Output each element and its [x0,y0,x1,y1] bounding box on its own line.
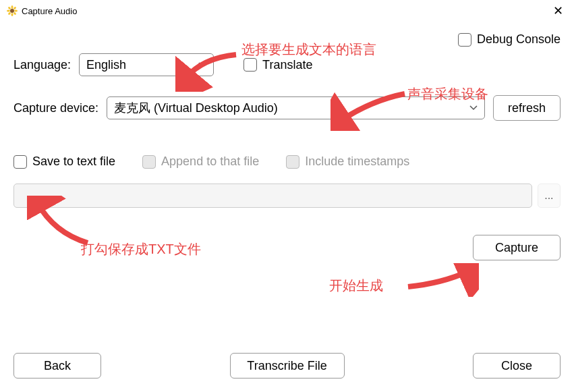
back-label: Back [44,359,71,373]
close-icon[interactable]: ✕ [549,3,567,18]
svg-point-3 [7,10,10,12]
debug-console-label: Debug Console [477,32,561,47]
svg-point-5 [7,6,11,9]
chevron-down-icon [469,103,478,113]
content-area: Debug Console Language: English Translat… [0,22,574,286]
browse-label: ... [544,190,553,202]
close-label: Close [501,359,532,373]
checkbox-icon [13,155,27,169]
translate-checkbox[interactable]: Translate [243,58,312,72]
chevron-down-icon [198,60,206,69]
capture-label: Capture [495,241,538,255]
capture-device-label: Capture device: [13,101,98,115]
append-to-file-checkbox: Append to that file [142,155,259,169]
checkbox-icon [142,155,156,169]
include-timestamps-label: Include timestamps [305,155,409,169]
debug-console-checkbox[interactable]: Debug Console [458,32,561,47]
app-icon [7,5,18,16]
language-label: Language: [13,58,71,72]
titlebar-left: Capture Audio [7,5,77,16]
capture-button[interactable]: Capture [473,235,561,260]
close-button[interactable]: Close [473,353,561,379]
svg-point-2 [11,13,13,16]
window-title: Capture Audio [22,6,77,16]
svg-point-7 [7,11,11,15]
save-to-file-label: Save to text file [32,155,115,169]
include-timestamps-checkbox: Include timestamps [286,155,409,169]
checkbox-icon [286,155,299,169]
save-to-file-checkbox[interactable]: Save to text file [13,155,115,169]
svg-point-4 [14,10,18,12]
svg-point-6 [13,6,16,9]
language-combo[interactable]: English [79,53,214,76]
checkbox-icon [458,33,471,47]
svg-point-8 [13,11,16,15]
checkbox-icon [243,58,257,72]
transcribe-file-button[interactable]: Transcribe File [230,353,345,379]
append-to-file-label: Append to that file [161,155,259,169]
language-selected: English [86,58,126,72]
refresh-button[interactable]: refresh [493,95,561,121]
transcribe-file-label: Transcribe File [247,359,326,373]
capture-device-selected: 麦克风 (Virtual Desktop Audio) [114,100,278,116]
titlebar: Capture Audio ✕ [0,0,574,22]
file-path-input[interactable] [13,184,532,208]
capture-device-combo[interactable]: 麦克风 (Virtual Desktop Audio) [107,96,485,119]
back-button[interactable]: Back [13,353,101,379]
svg-point-1 [11,5,13,9]
translate-label: Translate [262,58,312,72]
browse-button[interactable]: ... [538,184,561,208]
refresh-label: refresh [508,101,546,115]
svg-point-0 [10,9,14,13]
bottom-button-bar: Back Transcribe File Close [13,353,561,379]
